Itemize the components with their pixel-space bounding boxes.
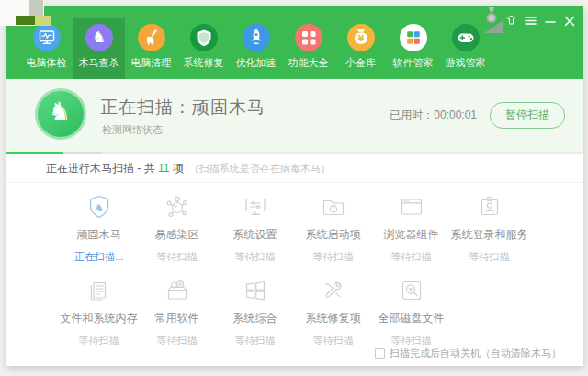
tab-all-functions[interactable]: 功能大全: [282, 18, 334, 79]
status-count: 11: [158, 162, 169, 175]
tab-trojan-scan[interactable]: ♞ 木马查杀: [73, 18, 125, 79]
item-status: 等待扫描: [313, 334, 354, 348]
top-nav-bar: 电脑体检 ♞ 木马查杀 电脑清理: [6, 6, 583, 79]
tab-speedup[interactable]: 优化加速: [230, 18, 282, 79]
documents-icon: [85, 277, 113, 304]
shield-horse-icon: ♞: [85, 193, 113, 221]
monitor-settings-icon: [242, 193, 269, 221]
startup-folder-icon: [320, 193, 347, 221]
tab-money-vault[interactable]: ¥ 小金库: [334, 18, 387, 79]
scan-item-system-overall: 系统综合 等待扫描: [216, 277, 294, 348]
game-manager-icon: [452, 24, 480, 51]
scan-items-panel: ♞ 顽固木马 正在扫描... 易感染区 等待扫描: [6, 183, 583, 366]
scan-item-startup-items: 系统启动项 等待扫描: [294, 193, 372, 264]
item-label: 系统启动项: [306, 227, 361, 243]
scan-progress-fill: [6, 152, 63, 154]
tab-label: 木马查杀: [79, 56, 119, 70]
scan-subtitle: 检测网络状态: [102, 123, 163, 137]
tab-label: 软件管家: [393, 56, 434, 70]
scan-item-browser-components: 浏览器组件 等待扫描: [372, 193, 450, 264]
status-text-suffix: 项: [169, 162, 183, 175]
computer-checkup-icon: [33, 24, 61, 51]
auto-shutdown-label: 扫描完成后自动关机（自动清除木马）: [390, 347, 561, 360]
item-status: 等待扫描: [79, 334, 119, 348]
item-status: 等待扫描: [157, 250, 198, 264]
pause-scan-button[interactable]: 暂停扫描: [490, 102, 565, 129]
item-label: 文件和系统内存: [61, 311, 138, 326]
toolbox-grid-icon: [295, 24, 322, 51]
item-label: 顽固木马: [77, 227, 121, 243]
nav-tab-strip: 电脑体检 ♞ 木马查杀 电脑清理: [20, 18, 492, 79]
tab-label: 功能大全: [288, 56, 329, 70]
money-vault-icon: ¥: [347, 24, 375, 51]
scan-item-login-and-services: 系统登录和服务 等待扫描: [450, 193, 528, 264]
scan-item-repair-items: 系统修复项 等待扫描: [294, 277, 372, 348]
tab-system-repair[interactable]: 系统修复: [177, 18, 230, 79]
tab-label: 系统修复: [184, 56, 224, 70]
close-icon[interactable]: [562, 14, 576, 28]
item-label: 易感染区: [155, 227, 199, 243]
item-status: 等待扫描: [235, 250, 276, 264]
scan-title: 正在扫描：顽固木马: [100, 96, 266, 120]
desktop-light-green-square: [35, 16, 51, 26]
windows-logo-icon: [242, 277, 269, 304]
elapsed-time: 已用时：00:00:01: [390, 108, 477, 123]
scan-item-infection-zones: 易感染区 等待扫描: [138, 193, 216, 264]
item-label: 系统设置: [233, 227, 277, 243]
minimize-icon[interactable]: [543, 14, 557, 28]
item-label: 全部磁盘文件: [379, 311, 445, 326]
item-label: 浏览器组件: [384, 227, 439, 243]
item-label: 系统登录和服务: [451, 227, 528, 243]
tab-software-manager[interactable]: 软件管家: [387, 18, 439, 79]
scan-item-common-software: 常用软件 等待扫描: [138, 277, 216, 348]
item-status: 等待扫描: [235, 334, 276, 348]
item-label: 系统修复项: [306, 311, 361, 326]
software-box-icon: [164, 277, 191, 304]
desktop-dark-green-square: [16, 16, 35, 25]
repair-tools-icon: [320, 277, 347, 304]
window-controls: [484, 14, 576, 28]
scan-progress-bar: [6, 152, 583, 154]
item-status: 等待扫描: [313, 250, 354, 264]
tab-computer-cleanup[interactable]: 电脑清理: [125, 18, 177, 79]
skin-tshirt-icon[interactable]: [504, 14, 518, 28]
item-label: 常用软件: [155, 311, 199, 326]
scan-item-system-settings: 系统设置 等待扫描: [216, 193, 294, 264]
scan-status-bar: 正在进行木马扫描 - 共 11 项（扫描系统是否存在病毒木马）: [6, 154, 583, 183]
app-window: 电脑体检 ♞ 木马查杀 电脑清理: [6, 6, 583, 366]
status-text: 正在进行木马扫描 - 共: [46, 162, 158, 175]
disk-search-icon: [398, 277, 425, 304]
virus-icon: [164, 193, 191, 221]
auto-shutdown-option[interactable]: 扫描完成后自动关机（自动清除木马）: [375, 347, 561, 360]
status-note: （扫描系统是否存在病毒木马）: [189, 163, 331, 174]
item-status: 等待扫描: [157, 334, 198, 348]
item-status: 正在扫描...: [74, 250, 123, 264]
tab-label: 电脑体检: [27, 56, 67, 70]
speedup-rocket-icon: [243, 24, 270, 51]
system-repair-shield-icon: [190, 24, 218, 51]
id-badge-icon: [476, 193, 503, 221]
cleanup-broom-icon: [138, 24, 165, 51]
tab-label: 电脑清理: [131, 56, 172, 70]
tab-label: 优化加速: [236, 56, 277, 70]
tab-computer-checkup[interactable]: 电脑体检: [20, 18, 73, 79]
scan-item-files-and-memory: 文件和系统内存 等待扫描: [60, 277, 138, 348]
medal-icon[interactable]: [484, 7, 499, 24]
scan-item-stubborn-trojan: ♞ 顽固木马 正在扫描...: [60, 193, 138, 264]
software-manager-icon: [400, 24, 427, 51]
svg-text:¥: ¥: [357, 33, 364, 43]
svg-text:♞: ♞: [94, 201, 103, 214]
item-status: 等待扫描: [391, 250, 432, 264]
main-menu-icon[interactable]: [524, 14, 537, 28]
scan-progress-buffer: [63, 152, 102, 154]
item-label: 系统综合: [233, 311, 277, 326]
scan-item-all-disk-files: 全部磁盘文件 等待扫描: [372, 277, 450, 348]
item-status: 等待扫描: [469, 250, 510, 264]
tab-label: 游戏管家: [446, 56, 486, 70]
trojan-scan-horse-icon: ♞: [85, 24, 113, 51]
auto-shutdown-checkbox[interactable]: [375, 348, 385, 359]
tab-label: 小金库: [345, 56, 376, 70]
scanning-horse-icon: ♞: [35, 88, 86, 140]
item-status: 等待扫描: [391, 334, 432, 348]
browser-window-icon: [398, 193, 425, 221]
